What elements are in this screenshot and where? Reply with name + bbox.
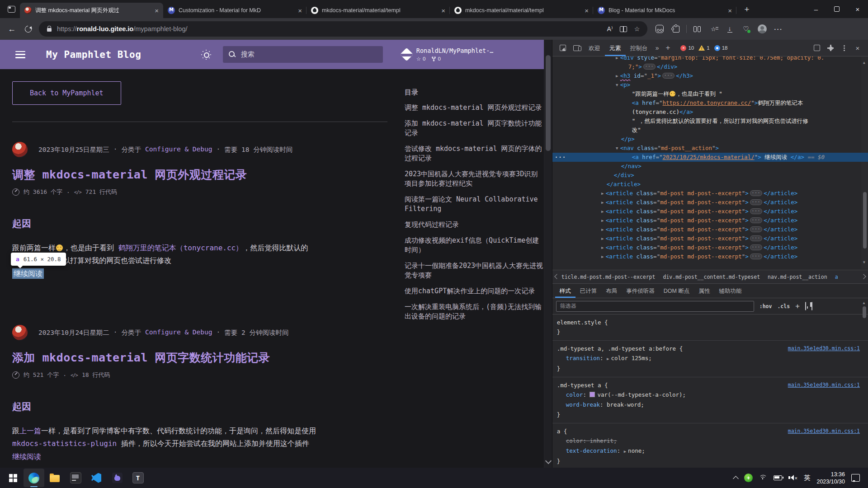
- error-badge[interactable]: ×10: [680, 45, 694, 51]
- browser-essentials-icon[interactable]: ♡: [738, 22, 754, 36]
- dom-line[interactable]: ▶<article class="md-post md-post--excerp…: [552, 189, 868, 198]
- hamburger-menu-icon[interactable]: [15, 51, 25, 58]
- dom-line[interactable]: ▶<div style="margin-top: 15px; font-size…: [552, 56, 868, 62]
- expand-ellipsis-icon[interactable]: ···: [750, 253, 762, 259]
- devtools-menu-icon[interactable]: [837, 41, 851, 55]
- tab-close-icon[interactable]: ×: [298, 7, 302, 14]
- tab-actions-button[interactable]: [5, 2, 18, 16]
- styles-filter-input[interactable]: 筛选器: [556, 301, 754, 312]
- expand-ellipsis-icon[interactable]: ···: [643, 64, 656, 70]
- site-title[interactable]: My Pamphlet Blog: [46, 49, 141, 60]
- toc-item[interactable]: 使用chatGPT解决作业上的问题的一次记录: [405, 286, 544, 296]
- toc-item[interactable]: 阅读第一篇论文 Neural Collaborative Filtering: [405, 195, 544, 214]
- stylesheet-link[interactable]: main.35e1ed30.min.css:1: [788, 427, 860, 436]
- post-title-link[interactable]: 添加 mkdocs-material 网页字数统计功能记录: [12, 350, 387, 365]
- dom-line[interactable]: ▼<nav class="md-post__action">: [552, 144, 868, 153]
- dom-line[interactable]: </p>: [552, 135, 868, 144]
- expand-ellipsis-icon[interactable]: ···: [750, 226, 762, 232]
- css-declaration[interactable]: color: inherit;: [552, 436, 868, 446]
- tab-close-icon[interactable]: ×: [155, 7, 159, 14]
- taskbar-snip-icon[interactable]: [65, 469, 86, 487]
- toc-item[interactable]: 记录十一假期准备2023中国机器人大赛先进视觉专项赛: [405, 261, 544, 280]
- devtools-tab[interactable]: 元素: [605, 40, 626, 56]
- dom-line[interactable]: ▶<article class="md-post md-post--excerp…: [552, 207, 868, 216]
- dom-line[interactable]: <a href="https://note.tonycrane.cc/">鹤翔万…: [552, 99, 868, 108]
- browser-tab[interactable]: mkdocs-material/material/templ×: [307, 3, 450, 18]
- battery-icon[interactable]: [774, 475, 782, 480]
- dom-line[interactable]: ▶<article class="md-post md-post--excerp…: [552, 216, 868, 225]
- styles-panel-tab[interactable]: 属性: [694, 284, 714, 298]
- expand-ellipsis-icon[interactable]: ···: [750, 217, 762, 223]
- continue-reading-link[interactable]: 继续阅读: [12, 452, 41, 461]
- styles-scroll-up-icon[interactable]: ▲: [862, 301, 866, 305]
- styles-panel-tab[interactable]: 事件侦听器: [622, 284, 659, 298]
- taskbar-typora-icon[interactable]: T: [127, 469, 148, 487]
- breadcrumb-left-icon[interactable]: [554, 274, 559, 279]
- dom-line[interactable]: </article>: [552, 180, 868, 189]
- network-icon[interactable]: [759, 475, 767, 481]
- scroll-down-icon[interactable]: [545, 458, 552, 464]
- minimize-button[interactable]: –: [806, 0, 826, 18]
- downloads-icon[interactable]: ↓: [722, 22, 737, 36]
- toc-item[interactable]: 成功修改视频的exif信息（QuickTime创建时间）: [405, 236, 544, 255]
- tray-expand-icon[interactable]: [733, 476, 739, 482]
- taskbar-purple-app-icon[interactable]: [107, 469, 127, 487]
- color-swatch[interactable]: [590, 392, 595, 397]
- immersive-reader-icon[interactable]: [617, 22, 630, 36]
- tab-close-icon[interactable]: ×: [441, 7, 445, 14]
- dom-line[interactable]: 改": [552, 126, 868, 135]
- notification-center-icon[interactable]: [851, 474, 860, 482]
- stylesheet-link[interactable]: main.35e1ed30.min.css:1: [788, 344, 860, 353]
- rule-selector[interactable]: element.style {: [557, 318, 860, 327]
- theme-toggle-icon[interactable]: [201, 50, 211, 60]
- breadcrumb-item[interactable]: ticle.md-post.md-post--excerpt: [561, 274, 656, 280]
- refresh-button[interactable]: [20, 21, 36, 37]
- address-bar[interactable]: https://ronald-luo.gitee.io/mypamphlet-b…: [39, 21, 647, 37]
- breadcrumb-item[interactable]: nav.md-post__action: [768, 274, 827, 280]
- toc-item[interactable]: 尝试修改 mkdocs-material 网页的字体的过程记录: [405, 144, 544, 163]
- start-button[interactable]: [3, 469, 24, 487]
- dom-line[interactable]: ▶<article class="md-post md-post--excerp…: [552, 198, 868, 207]
- more-actions-icon[interactable]: ···: [555, 153, 566, 162]
- css-declaration[interactable]: color: var(--md-typeset-a-color);: [552, 390, 868, 400]
- devtools-tab[interactable]: 欢迎: [584, 40, 605, 56]
- search-input[interactable]: 搜索: [223, 46, 383, 63]
- split-screen-icon[interactable]: [689, 22, 705, 36]
- hover-state-button[interactable]: :hov: [760, 303, 772, 310]
- scrollbar-thumb[interactable]: [546, 55, 551, 151]
- post-title-link[interactable]: 调整 mkdocs-material 网页外观过程记录: [12, 167, 387, 182]
- tab-close-icon[interactable]: ×: [585, 7, 589, 14]
- settings-menu-icon[interactable]: ···: [771, 22, 786, 36]
- devtools-close-icon[interactable]: ×: [851, 41, 864, 55]
- rendering-brush-icon[interactable]: [805, 302, 806, 310]
- collections-icon[interactable]: ☆: [706, 22, 721, 36]
- browser-tab[interactable]: Blog - Material for MkDocs×: [593, 3, 736, 18]
- browser-tab[interactable]: Customization - Material for MkD×: [163, 3, 307, 18]
- inline-link[interactable]: mkdocs-statistics-plugin: [12, 439, 117, 448]
- back-to-mypamphlet-button[interactable]: Back to MyPamphlet: [12, 81, 121, 105]
- styles-panel-tab[interactable]: 已计算: [576, 284, 602, 298]
- category-link[interactable]: Configure & Debug: [145, 328, 212, 337]
- expand-ellipsis-icon[interactable]: ···: [750, 235, 762, 241]
- inspect-element-icon[interactable]: [556, 41, 570, 55]
- browser-tab[interactable]: mkdocs-material/material/templ×: [450, 3, 593, 18]
- inline-link[interactable]: 鹤翔万里的笔记本（tonycrane.cc）: [118, 244, 243, 252]
- warning-badge[interactable]: 1: [698, 45, 709, 51]
- input-language-indicator[interactable]: 英: [804, 474, 811, 482]
- favorite-star-icon[interactable]: ☆: [630, 22, 644, 36]
- close-button[interactable]: ×: [847, 0, 868, 18]
- styles-panel-tab[interactable]: 样式: [555, 284, 576, 298]
- more-tabs-icon[interactable]: »: [653, 44, 662, 52]
- expand-ellipsis-icon[interactable]: ···: [750, 190, 762, 196]
- dom-line[interactable]: ▶<h3 id="_1">···</h3>: [552, 71, 868, 80]
- css-declaration[interactable]: text-decoration: ▶none;: [552, 446, 868, 456]
- toc-item[interactable]: 调整 mkdocs-material 网页外观过程记录: [405, 103, 544, 113]
- toc-item[interactable]: 2023中国机器人大赛先进视觉专项赛3D识别项目参加比赛过程纪实: [405, 169, 544, 188]
- styles-panel-tab[interactable]: DOM 断点: [659, 284, 694, 298]
- add-tab-icon[interactable]: +: [662, 43, 674, 52]
- taskbar-vscode-icon[interactable]: [86, 469, 107, 487]
- dom-line[interactable]: </div>: [552, 171, 868, 180]
- expand-value-icon[interactable]: ▶: [624, 449, 626, 454]
- breadcrumb-item[interactable]: a: [835, 274, 838, 280]
- dock-side-icon[interactable]: [810, 41, 824, 55]
